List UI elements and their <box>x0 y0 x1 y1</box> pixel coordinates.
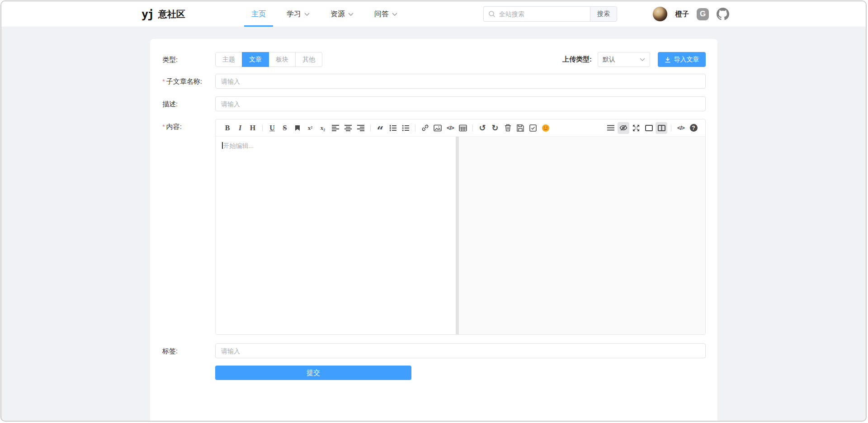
emoji-icon[interactable] <box>540 122 552 134</box>
align-left-icon[interactable] <box>330 122 341 134</box>
bold-icon[interactable]: B <box>222 122 233 134</box>
name-row: *子文章名称: <box>162 74 706 89</box>
image-icon[interactable] <box>432 122 443 134</box>
search-button[interactable]: 搜索 <box>590 6 617 22</box>
main-nav: 主页 学习 资源 问答 <box>244 1 411 27</box>
editor-toolbar: B I H U S x² x₂ “ <box>216 119 705 137</box>
align-center-icon[interactable] <box>342 122 354 134</box>
preview-toggle-icon[interactable] <box>618 122 629 134</box>
nav-item-label: 主页 <box>251 10 266 19</box>
chevron-down-icon <box>640 58 645 61</box>
underline-icon[interactable]: U <box>266 122 278 134</box>
help-badge: ? <box>690 124 698 132</box>
type-option-other[interactable]: 其他 <box>295 52 322 67</box>
submit-row: 提交 <box>162 366 706 380</box>
markdown-editor: B I H U S x² x₂ “ <box>215 119 706 335</box>
unordered-list-icon[interactable] <box>400 122 411 134</box>
site-title: 意社区 <box>158 8 185 20</box>
fullscreen-icon[interactable] <box>630 122 642 134</box>
top-navbar: yj 意社区 主页 学习 资源 问答 搜索 <box>1 1 866 27</box>
blockquote-icon[interactable]: “ <box>374 122 386 134</box>
editor-toolbar-right: </> ? <box>604 122 700 134</box>
submit-button[interactable]: 提交 <box>215 366 411 380</box>
chevron-down-icon <box>392 13 397 16</box>
github-icon[interactable] <box>717 8 729 20</box>
search-input[interactable] <box>483 6 590 22</box>
chevron-down-icon <box>304 13 310 16</box>
content-row: *内容: B I H U S x² x₂ “ <box>162 119 706 335</box>
user-area: 橙子 G <box>652 1 729 27</box>
nav-item-resources[interactable]: 资源 <box>323 1 361 27</box>
text-cursor <box>222 142 223 149</box>
toolbar-separator <box>472 124 473 132</box>
toolbar-separator <box>671 124 671 132</box>
save-icon[interactable] <box>514 122 526 134</box>
gitee-icon[interactable]: G <box>697 8 709 20</box>
code-block-icon[interactable]: </> <box>444 122 456 134</box>
type-label: 类型: <box>162 52 215 67</box>
editor-panes: 开始编辑... <box>216 137 705 334</box>
undo-icon[interactable]: ↺ <box>476 122 488 134</box>
nav-item-label: 学习 <box>287 10 301 19</box>
article-form-card: 类型: 主题 文章 板块 其他 上传类型: 默认 导入文章 *子 <box>150 39 717 422</box>
pane-resize-handle[interactable] <box>456 137 459 334</box>
heading-icon[interactable]: H <box>247 122 259 134</box>
source-code-icon[interactable]: </> <box>675 122 687 134</box>
nav-item-learn[interactable]: 学习 <box>279 1 317 27</box>
nav-item-qa[interactable]: 问答 <box>367 1 405 27</box>
toolbar-separator <box>262 124 263 132</box>
editor-preview-pane <box>459 137 705 334</box>
site-logo-icon: yj <box>142 8 153 21</box>
clear-icon[interactable] <box>502 122 514 134</box>
required-marker: * <box>162 123 165 130</box>
toolbar-separator <box>370 124 371 132</box>
editor-placeholder: 开始编辑... <box>223 142 254 149</box>
link-icon[interactable] <box>419 122 431 134</box>
bookmark-icon[interactable] <box>292 122 303 134</box>
name-label: *子文章名称: <box>162 74 215 89</box>
split-view-icon[interactable] <box>656 122 667 134</box>
tag-input[interactable] <box>215 343 706 358</box>
chevron-down-icon <box>348 13 354 16</box>
upload-type-value: 默认 <box>603 56 615 64</box>
username[interactable]: 橙子 <box>675 10 689 19</box>
upload-type-label: 上传类型: <box>562 55 592 64</box>
submit-spacer <box>162 366 215 380</box>
task-list-icon[interactable] <box>527 122 539 134</box>
search-box <box>483 6 590 22</box>
search-icon <box>488 10 495 18</box>
subscript-icon[interactable]: x₂ <box>317 122 329 134</box>
help-icon[interactable]: ? <box>688 122 699 134</box>
type-option-topic[interactable]: 主题 <box>215 52 242 67</box>
avatar[interactable] <box>652 6 668 22</box>
toc-icon[interactable] <box>605 122 617 134</box>
editor-input-pane[interactable]: 开始编辑... <box>216 137 456 334</box>
nav-item-label: 资源 <box>330 10 345 19</box>
italic-icon[interactable]: I <box>234 122 246 134</box>
description-input[interactable] <box>215 96 706 111</box>
site-search: 搜索 <box>483 1 617 27</box>
align-right-icon[interactable] <box>355 122 367 134</box>
type-option-article[interactable]: 文章 <box>242 52 269 67</box>
sub-article-name-input[interactable] <box>215 74 706 89</box>
tag-row: 标签: <box>162 343 706 358</box>
upload-cluster: 上传类型: 默认 导入文章 <box>562 52 706 67</box>
import-article-label: 导入文章 <box>674 56 699 64</box>
tag-label: 标签: <box>162 343 215 358</box>
upload-type-select[interactable]: 默认 <box>598 52 650 67</box>
type-option-board[interactable]: 板块 <box>269 52 296 67</box>
description-label: 描述: <box>162 96 215 111</box>
preview-only-icon[interactable] <box>643 122 655 134</box>
import-article-button[interactable]: 导入文章 <box>658 52 706 67</box>
download-icon <box>665 57 671 63</box>
redo-icon[interactable]: ↻ <box>489 122 501 134</box>
nav-item-home[interactable]: 主页 <box>244 1 273 27</box>
ordered-list-icon[interactable] <box>387 122 399 134</box>
superscript-icon[interactable]: x² <box>304 122 316 134</box>
brand[interactable]: yj 意社区 <box>142 1 185 27</box>
strikethrough-icon[interactable]: S <box>279 122 291 134</box>
table-icon[interactable] <box>457 122 469 134</box>
required-marker: * <box>162 77 165 85</box>
nav-item-label: 问答 <box>374 10 389 19</box>
app-window: yj 意社区 主页 学习 资源 问答 搜索 <box>0 0 867 422</box>
